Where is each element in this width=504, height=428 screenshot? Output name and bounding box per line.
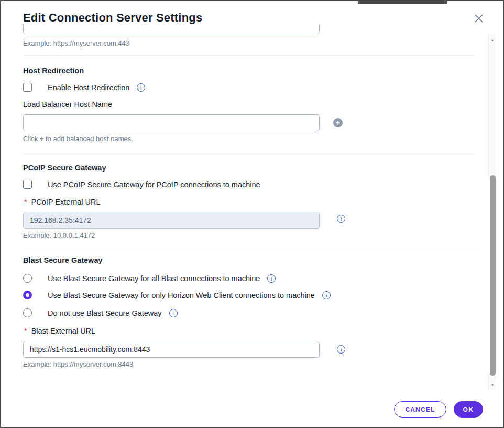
scroll-down-icon[interactable]: ▼ xyxy=(488,380,497,389)
scrollbar[interactable]: ▲ ▼ xyxy=(488,34,496,390)
add-host-name-icon[interactable]: + xyxy=(333,118,343,127)
server-url-input-partial[interactable] xyxy=(23,24,320,34)
close-x-glyph xyxy=(474,13,484,24)
load-balancer-host-name-input[interactable] xyxy=(23,114,320,131)
info-icon[interactable]: i xyxy=(322,291,331,299)
load-balancer-host-name-label: Load Balancer Host Name xyxy=(23,100,112,109)
enable-host-redirection-label: Enable Host Redirection xyxy=(48,83,129,92)
blast-option-none-row: Do not use Blast Secure Gateway i xyxy=(23,308,178,317)
info-icon[interactable]: i xyxy=(337,215,345,223)
edit-connection-server-settings-dialog: Edit Connection Server Settings Example:… xyxy=(0,0,504,428)
ok-button[interactable]: OK xyxy=(454,401,483,418)
cancel-button[interactable]: CANCEL xyxy=(394,401,446,418)
required-marker: * xyxy=(24,198,27,206)
scroll-up-icon[interactable]: ▲ xyxy=(488,36,497,44)
use-pcoip-gateway-row: Use PCoIP Secure Gateway for PCoIP conne… xyxy=(23,180,260,189)
blast-option-all-label: Use Blast Secure Gateway for all Blast c… xyxy=(48,274,260,283)
enable-host-redirection-checkbox[interactable] xyxy=(23,83,32,92)
server-url-example: Example: https://myserver.com:443 xyxy=(23,39,129,47)
blast-option-all-row: Use Blast Secure Gateway for all Blast c… xyxy=(23,274,276,283)
info-icon[interactable]: i xyxy=(169,309,178,317)
background-page-fragment xyxy=(358,1,447,4)
pcoip-external-url-label-row: *PCoIP External URL xyxy=(24,197,101,207)
blast-option-webclient-radio[interactable] xyxy=(23,291,32,299)
scrollbar-thumb[interactable] xyxy=(490,175,496,376)
blast-option-webclient-row: Use Blast Secure Gateway for only Horizo… xyxy=(23,291,331,299)
dialog-title: Edit Connection Server Settings xyxy=(23,11,202,25)
pcoip-external-url-input xyxy=(23,212,320,229)
use-pcoip-gateway-label: Use PCoIP Secure Gateway for PCoIP conne… xyxy=(48,180,260,189)
blast-external-url-label: Blast External URL xyxy=(31,327,96,335)
section-divider xyxy=(23,154,474,154)
info-icon[interactable]: i xyxy=(337,345,345,354)
pcoip-external-url-label: PCoIP External URL xyxy=(31,198,101,206)
section-divider xyxy=(23,248,474,248)
blast-option-none-radio[interactable] xyxy=(23,308,32,317)
blast-option-webclient-label: Use Blast Secure Gateway for only Horizo… xyxy=(48,291,315,299)
blast-heading: Blast Secure Gateway xyxy=(23,256,103,264)
load-balancer-helper: Click + to add balanced host names. xyxy=(23,135,133,143)
blast-option-all-radio[interactable] xyxy=(23,274,32,283)
required-marker: * xyxy=(24,327,27,335)
blast-example: Example: https://myserver.com:8443 xyxy=(23,360,133,368)
close-icon[interactable] xyxy=(473,13,485,25)
host-redirection-heading: Host Redirection xyxy=(23,67,84,75)
pcoip-heading: PCoIP Secure Gateway xyxy=(23,164,106,172)
use-pcoip-gateway-checkbox[interactable] xyxy=(23,180,32,189)
enable-host-redirection-row: Enable Host Redirection i xyxy=(23,83,145,92)
blast-external-url-input[interactable] xyxy=(23,341,320,358)
blast-option-none-label: Do not use Blast Secure Gateway xyxy=(48,309,162,317)
pcoip-example: Example: 10.0.0.1:4172 xyxy=(23,231,95,239)
blast-external-url-label-row: *Blast External URL xyxy=(24,326,95,336)
section-divider xyxy=(23,55,474,56)
info-icon[interactable]: i xyxy=(137,83,145,92)
info-icon[interactable]: i xyxy=(267,274,276,283)
dialog-footer: CANCEL OK xyxy=(394,401,483,418)
